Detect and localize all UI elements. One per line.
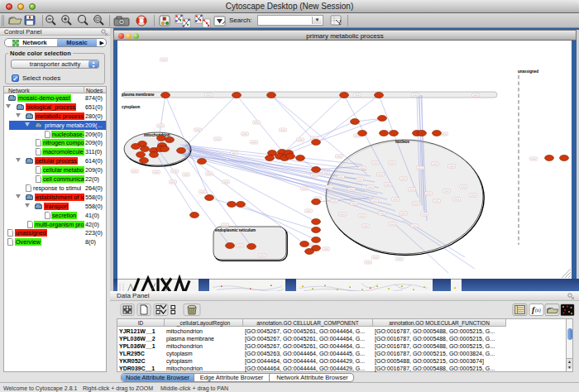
svg-text:unassigned: unassigned (518, 69, 538, 74)
svg-text:cytoplasm: cytoplasm (122, 105, 140, 109)
svg-text:plasma membrane: plasma membrane (122, 93, 155, 97)
svg-text:endoplasmic reticulum: endoplasmic reticulum (215, 228, 256, 232)
svg-text:nucleus: nucleus (395, 140, 410, 144)
svg-text:(x): (x) (535, 308, 541, 313)
